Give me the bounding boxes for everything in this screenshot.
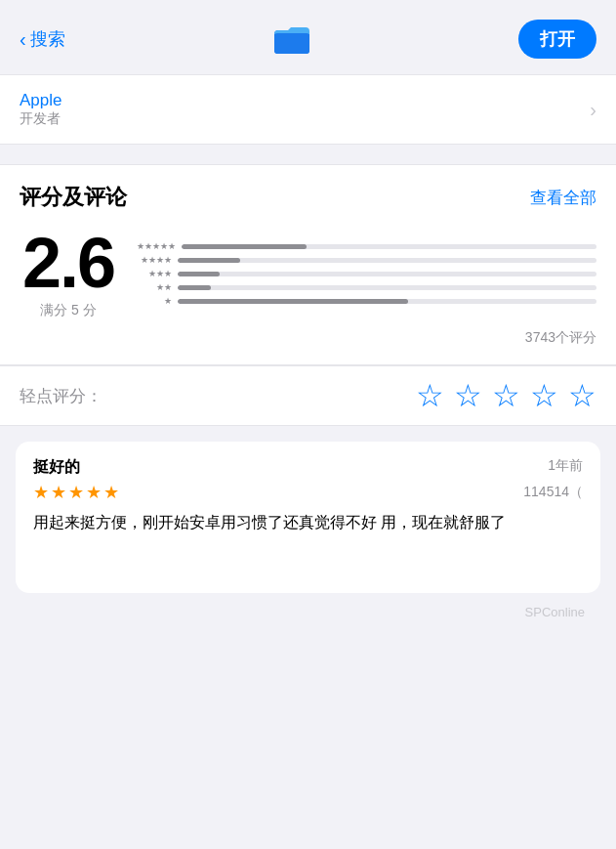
star-row-bar-bg [182,244,596,249]
rate-section: 轻点评分： ☆☆☆☆☆ [0,365,616,426]
ratings-body: 2.6 满分 5 分 ★★★★★ ★★★★ ★★★ ★★ ★ [20,228,596,319]
star-row-bar-bg [178,272,596,276]
star-row-label: ★★ [137,282,172,292]
rate-star[interactable]: ☆ [416,380,444,411]
review-stars-row: ★★★★★ 114514（ [33,484,583,501]
see-all-button[interactable]: 查看全部 [530,187,596,209]
star-row-label: ★★★★★ [137,241,176,251]
chevron-right-icon: › [590,99,596,121]
star-row-bar-fill [178,299,408,304]
developer-info: Apple 开发者 [20,91,62,128]
rate-stars-group[interactable]: ☆☆☆☆☆ [416,380,596,411]
star-row: ★ [137,296,596,306]
chevron-left-icon: ‹ [20,29,26,49]
developer-name: Apple [20,91,62,110]
rate-label: 轻点评分： [20,385,103,407]
review-star: ★ [51,484,66,501]
stars-bars: ★★★★★ ★★★★ ★★★ ★★ ★ [137,241,596,306]
star-row-bar-bg [178,285,596,290]
back-label: 搜索 [30,27,65,51]
open-button[interactable]: 打开 [518,20,596,59]
review-stars: ★★★★★ [33,484,119,501]
star-row: ★★★ [137,269,596,278]
star-row-bar-fill [178,285,211,290]
rate-star[interactable]: ☆ [454,380,482,411]
star-row-label: ★★★★ [137,255,172,265]
review-reviewer: 114514（ [523,484,583,501]
review-star: ★ [33,484,49,501]
ratings-count: 3743个评分 [525,329,596,347]
ratings-section: 评分及评论 查看全部 2.6 满分 5 分 ★★★★★ ★★★★ ★★★ ★★ … [0,164,616,365]
star-row: ★★ [137,282,596,292]
ratings-footer: 3743个评分 [20,329,596,347]
star-row: ★★★★ [137,255,596,265]
star-row-bar-bg [178,258,596,263]
star-row-bar-fill [178,258,240,263]
ratings-title: 评分及评论 [20,183,127,212]
review-card: 挺好的 1年前 ★★★★★ 114514（ 用起来挺方便，刚开始安卓用习惯了还真… [16,442,600,593]
app-icon-container [270,18,313,61]
app-header: ‹ 搜索 打开 [0,0,616,74]
back-button[interactable]: ‹ 搜索 [20,27,65,51]
svg-rect-1 [274,33,309,54]
review-star: ★ [68,484,84,501]
star-row: ★★★★★ [137,241,596,251]
rate-star[interactable]: ☆ [530,380,558,411]
review-section: 挺好的 1年前 ★★★★★ 114514（ 用起来挺方便，刚开始安卓用习惯了还真… [0,426,616,635]
rate-star[interactable]: ☆ [492,380,520,411]
review-star: ★ [103,484,119,501]
review-date: 1年前 [548,457,583,475]
star-row-label: ★ [137,296,172,306]
rate-star[interactable]: ☆ [568,380,596,411]
star-row-bar-bg [178,299,596,304]
star-row-bar-fill [178,272,220,276]
star-row-label: ★★★ [137,269,172,278]
ratings-header: 评分及评论 查看全部 [20,183,596,212]
files-icon [274,24,309,54]
review-title: 挺好的 [33,457,80,478]
star-row-bar-fill [182,244,307,249]
score-label: 满分 5 分 [40,302,97,319]
score-number: 2.6 [22,228,114,298]
review-card-header: 挺好的 1年前 [33,457,583,478]
developer-label: 开发者 [20,110,62,128]
developer-section[interactable]: Apple 开发者 › [0,74,616,145]
watermark: SPConline [16,593,600,635]
review-star: ★ [86,484,102,501]
review-body: 用起来挺方便，刚开始安卓用习惯了还真觉得不好 用，现在就舒服了 [33,511,583,534]
big-score: 2.6 满分 5 分 [20,228,117,319]
